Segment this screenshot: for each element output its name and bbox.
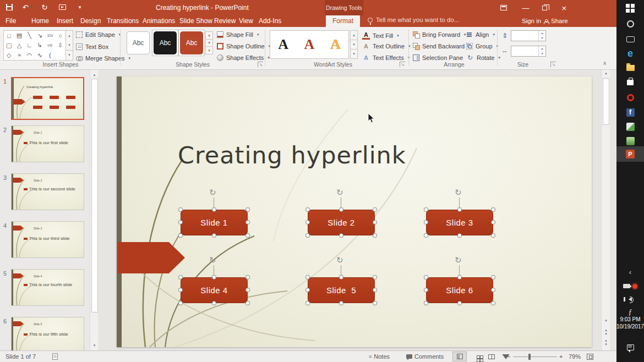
selection-handle-e[interactable] xyxy=(373,288,377,292)
pinned-app-button-1[interactable] xyxy=(616,119,644,134)
gallery-scroll-down-icon[interactable]: ▾ xyxy=(66,40,73,50)
text-outline-button[interactable]: A Text Outline▾ xyxy=(362,43,411,50)
slide-thumbnail-6[interactable]: Slide 5 This is our fifth slide xyxy=(11,317,84,350)
selection-handle-sw[interactable] xyxy=(424,233,428,238)
panel-scrollbar[interactable]: ▴ ▾ xyxy=(90,70,98,350)
selection-handle-w[interactable] xyxy=(305,220,310,224)
width-steppers[interactable]: ▴▾ xyxy=(538,46,545,56)
selection-handle-w[interactable] xyxy=(424,220,428,224)
facebook-button[interactable]: f xyxy=(616,105,644,119)
zoom-slider-thumb[interactable] xyxy=(528,354,531,360)
tell-me-box[interactable]: Tell me what you want to do... xyxy=(368,17,460,23)
shape-gallery-item[interactable]: ↳ xyxy=(35,41,45,51)
collapse-ribbon-button[interactable]: ∧ xyxy=(603,60,607,66)
wordart-swatch-3[interactable]: A xyxy=(330,36,341,53)
tab-file[interactable]: File xyxy=(6,15,16,27)
close-button[interactable]: × xyxy=(555,0,574,15)
selection-handle-w[interactable] xyxy=(305,288,310,292)
share-button[interactable]: Share xyxy=(544,15,568,27)
wordart-down-icon[interactable]: ▾ xyxy=(350,40,358,50)
selection-handle-se[interactable] xyxy=(245,233,250,238)
shape-gallery-item[interactable]: ○ xyxy=(55,31,66,41)
cortana-button[interactable] xyxy=(616,17,644,31)
selection-handle-ne[interactable] xyxy=(245,207,250,212)
selection-handle-sw[interactable] xyxy=(424,301,428,305)
slide-shape-4[interactable]: ↻ Slide 4 xyxy=(181,277,248,303)
slide-shape-1[interactable]: ↻ Slide 1 xyxy=(181,210,248,235)
shape-gallery-item[interactable]: □ xyxy=(4,31,14,41)
fit-to-window-button[interactable] xyxy=(587,351,593,362)
shape-gallery-item[interactable]: ↘ xyxy=(35,31,45,41)
status-doc-icon[interactable] xyxy=(52,351,58,362)
selection-handle-ne[interactable] xyxy=(245,275,250,279)
reading-view-button[interactable] xyxy=(484,352,499,361)
panel-scroll-thumb[interactable] xyxy=(91,79,98,312)
tab-add-ins[interactable]: Add-Ins xyxy=(259,15,281,27)
tab-insert[interactable]: Insert xyxy=(57,15,73,27)
edge-browser-button[interactable]: e xyxy=(616,46,644,61)
shape-gallery-item[interactable]: ⇩ xyxy=(55,41,66,51)
styles-down-icon[interactable]: ▾ xyxy=(205,40,213,47)
ribbon-display-options-button[interactable] xyxy=(494,0,513,15)
rotation-handle-icon[interactable]: ↻ xyxy=(336,188,343,198)
canvas-scroll-down-icon[interactable]: ▾ xyxy=(602,319,610,323)
selection-handle-e[interactable] xyxy=(373,220,377,224)
minimize-button[interactable]: — xyxy=(516,0,535,15)
taskbar-clock[interactable]: 9:03 PM 10/19/2017 xyxy=(616,316,644,330)
canvas-scrollbar[interactable]: ▴ ▾ ▴▴ ▾▾ xyxy=(601,70,610,350)
selection-handle-w[interactable] xyxy=(178,220,183,224)
selection-handle-nw[interactable] xyxy=(178,275,183,279)
rotation-handle-icon[interactable]: ↻ xyxy=(455,255,462,265)
shape-gallery-item[interactable]: ▢ xyxy=(4,41,14,51)
start-button[interactable] xyxy=(616,1,644,15)
slide-show-button[interactable] xyxy=(499,352,513,361)
selection-handle-n[interactable] xyxy=(457,207,462,212)
shape-gallery-item[interactable]: ∟ xyxy=(24,41,35,51)
slide-shape-5[interactable]: ↻ Slide 5 xyxy=(308,277,375,303)
next-slide-button[interactable]: ▾▾ xyxy=(602,339,610,346)
text-fill-button[interactable]: A Text Fill▾ xyxy=(362,31,399,40)
tab-animations[interactable]: Animations xyxy=(143,15,175,27)
selection-handle-nw[interactable] xyxy=(424,275,428,279)
tab-slide-show[interactable]: Slide Show xyxy=(179,15,212,27)
selection-handle-n[interactable] xyxy=(457,275,462,279)
normal-view-button[interactable] xyxy=(452,352,467,361)
zoom-in-button[interactable]: + xyxy=(559,351,563,362)
zoom-level[interactable]: 79% xyxy=(569,351,581,362)
panel-scroll-up-icon[interactable]: ▴ xyxy=(91,71,98,78)
size-dialog-launcher[interactable]: ↘ xyxy=(550,62,556,67)
shape-gallery-item[interactable]: ◇ xyxy=(4,50,14,60)
slide-title-text[interactable]: Creating hyperlink xyxy=(178,141,406,169)
text-effects-button[interactable]: A Text Effects▾ xyxy=(362,54,410,61)
shape-gallery-item[interactable]: △ xyxy=(14,41,25,51)
redo-button[interactable]: ↻ xyxy=(40,2,50,12)
restore-button[interactable] xyxy=(535,0,554,15)
selection-handle-s[interactable] xyxy=(339,233,343,238)
styles-more-icon[interactable]: ▾ xyxy=(205,47,213,54)
bring-forward-button[interactable]: Bring Forward▾ xyxy=(413,31,466,38)
zoom-out-button[interactable]: − xyxy=(507,351,510,362)
rotation-handle-icon[interactable]: ↻ xyxy=(455,188,462,198)
styles-up-icon[interactable]: ▴ xyxy=(205,31,213,40)
height-steppers[interactable]: ▴▾ xyxy=(538,31,545,41)
edit-shape-button[interactable]: Edit Shape▾ xyxy=(76,31,121,38)
shape-gallery[interactable]: □ ▤ ╲ ↘ ▭ ○ ▢ △ ∟ ↳ ⇨ ⇩ ◇ ≈ ◠ ∿ { xyxy=(3,30,66,61)
selection-handle-se[interactable] xyxy=(373,301,377,305)
shape-gallery-item[interactable]: ≈ xyxy=(14,50,25,60)
selection-handle-se[interactable] xyxy=(373,233,377,238)
selection-handle-w[interactable] xyxy=(424,288,428,292)
store-button[interactable] xyxy=(616,75,644,90)
selection-handle-s[interactable] xyxy=(457,233,462,238)
rotation-handle-icon[interactable]: ↻ xyxy=(336,255,343,265)
selection-handle-se[interactable] xyxy=(491,233,495,238)
shape-style-swatch-1[interactable]: Abc xyxy=(127,31,150,54)
selection-handle-sw[interactable] xyxy=(178,233,183,238)
gallery-scroll-up-icon[interactable]: ▴ xyxy=(66,31,73,40)
shape-height-input[interactable]: ▴▾ xyxy=(511,30,546,41)
selection-handle-se[interactable] xyxy=(491,301,495,305)
rotation-handle-icon[interactable]: ↻ xyxy=(209,188,216,198)
shape-style-swatch-2[interactable]: Abc xyxy=(152,30,178,56)
shape-gallery-item[interactable]: ◠ xyxy=(24,50,35,60)
tab-design[interactable]: Design xyxy=(80,15,101,27)
action-center-button[interactable] xyxy=(616,340,644,354)
